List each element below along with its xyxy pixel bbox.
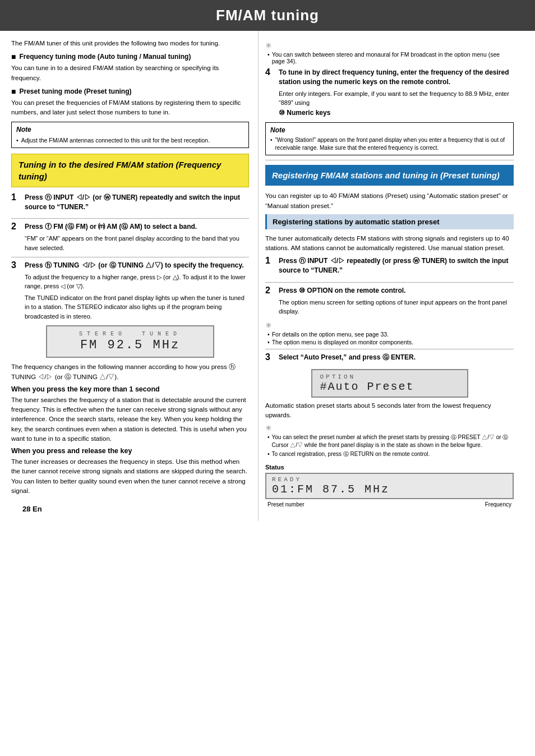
tip-bullets-3: You can select the preset number at whic… — [268, 434, 514, 458]
when-release-title: When you press and release the key — [11, 447, 249, 455]
divider-2 — [11, 257, 249, 257]
step3-sub1-text: To adjust the frequency to a higher rang… — [25, 273, 249, 291]
when-hold-title: When you press the key more than 1 secon… — [11, 385, 249, 393]
bullet1: ■ — [11, 52, 16, 61]
r-tip2-text: The option menu is displayed on monitor … — [268, 339, 514, 345]
option-line2-text: #Auto Preset — [320, 380, 459, 393]
bullet2: ■ — [11, 87, 16, 96]
when-hold-text: The tuner searches the frequency of a st… — [11, 395, 249, 444]
step2-sub-text: “FM” or “AM” appears on the front panel … — [25, 234, 249, 252]
step-4: 4 To tune in by direct frequency tuning,… — [265, 68, 514, 118]
step2-content: Press ⓕ FM (Ⓖ FM) or ⒨ AM (Ⓖ AM) to sele… — [25, 222, 249, 252]
r-tip1-text: For details on the option menu, see page… — [268, 331, 514, 338]
preset-number-label: Preset number — [268, 501, 305, 508]
section2-title-text: Preset tuning mode (Preset tuning) — [19, 87, 131, 95]
page: FM/AM tuning The FM/AM tuner of this uni… — [0, 0, 535, 756]
register-intro: You can register up to 40 FM/AM stations… — [265, 191, 514, 211]
r-step3-content: Select “Auto Preset,” and press Ⓖ ENTER. — [279, 353, 514, 365]
register-subheading: Registering stations by automatic statio… — [265, 214, 514, 229]
r-step2-number: 2 — [265, 285, 274, 296]
divider-right — [265, 160, 514, 160]
step1-number: 1 — [11, 192, 20, 202]
status-bottom-labels: Preset number Frequency — [265, 501, 514, 508]
r-tip4-text: To cancel registration, press Ⓖ RETURN o… — [268, 450, 514, 458]
section1-text: You can tune in to a desired FM/AM stati… — [11, 63, 249, 83]
tip-icon-1: ✳ — [265, 41, 514, 50]
section1-heading: ■ Frequency tuning mode (Auto tuning / M… — [11, 53, 249, 61]
divider-1 — [11, 218, 249, 219]
step3-content: Press ⓗ TUNING ◁/▷ (or Ⓖ TUNING △/▽) to … — [25, 261, 249, 321]
note1-title: Note — [16, 125, 244, 135]
step2-main-text: Press ⓕ FM (Ⓖ FM) or ⒨ AM (Ⓖ AM) to sele… — [25, 222, 249, 232]
step1-content: Press ⓝ INPUT ◁/▷ (or ⓦ TUNER) repeatedl… — [25, 193, 249, 214]
when-release-text: The tuner increases or decreases the fre… — [11, 457, 249, 496]
r-step2-content: Press ⑩ OPTION on the remote control. Th… — [279, 286, 514, 316]
intro-text: The FM/AM tuner of this unit provides th… — [11, 39, 249, 48]
r-step3-main-text: Select “Auto Preset,” and press Ⓖ ENTER. — [279, 353, 514, 362]
step2-number: 2 — [11, 222, 20, 232]
section1-title-text: Frequency tuning mode (Auto tuning / Man… — [19, 53, 191, 61]
step4-numeric-keys: ⑩ Numeric keys — [279, 108, 514, 118]
r-step1-content: Press ⓝ INPUT ◁/▷ repeatedly (or press ⓦ… — [279, 256, 514, 278]
step4-sub1-text: Enter only integers. For example, if you… — [279, 89, 514, 108]
page-number: 28 En — [11, 499, 249, 513]
step3-main-text: Press ⓗ TUNING ◁/▷ (or Ⓖ TUNING △/▽) to … — [25, 261, 249, 270]
register-sub-text: The tuner automatically detects FM stati… — [265, 234, 514, 253]
tip-icon-3: ✳ — [265, 423, 514, 432]
status-label-text: Status — [265, 464, 514, 471]
r-step2-sub-text: The option menu screen for setting optio… — [279, 298, 514, 316]
r-step1-main-text: Press ⓝ INPUT ◁/▷ repeatedly (or press ⓦ… — [279, 256, 514, 275]
r-step2-main-text: Press ⑩ OPTION on the remote control. — [279, 286, 514, 296]
status-row2-text: 01:FM 87.5 MHz — [272, 483, 507, 496]
status-row1-text: READY — [272, 476, 507, 483]
note2-text: “Wrong Station!” appears on the front pa… — [270, 136, 509, 152]
freq-change-text: The frequency changes in the following m… — [11, 362, 249, 382]
step-2: 2 Press ⓕ FM (Ⓖ FM) or ⒨ AM (Ⓖ AM) to se… — [11, 222, 249, 252]
step3-sub2-text: The TUNED indicator on the front panel d… — [25, 293, 249, 321]
step3-number: 3 — [11, 260, 20, 270]
right-column: ✳ You can switch between stereo and mona… — [258, 31, 524, 521]
step-1: 1 Press ⓝ INPUT ◁/▷ (or ⓦ TUNER) repeate… — [11, 193, 249, 214]
r-tip3-text: You can select the preset number at whic… — [268, 434, 514, 449]
r-divider-2 — [265, 349, 514, 349]
content-area: The FM/AM tuner of this unit provides th… — [0, 31, 535, 521]
status-section: Status READY 01:FM 87.5 MHz Preset numbe… — [265, 464, 514, 508]
fm-display: STEREO TUNED FM 92.5 MHz — [46, 325, 214, 358]
note-box-2: Note “Wrong Station!” appears on the fro… — [265, 122, 514, 156]
r-step3-number: 3 — [265, 352, 274, 362]
section2-text: You can preset the frequencies of FM/AM … — [11, 98, 249, 118]
note2-title: Note — [270, 126, 509, 135]
frequency-label: Frequency — [485, 501, 511, 508]
tip1-text: You can switch between stereo and monaur… — [268, 51, 514, 64]
step4-main-text: To tune in by direct frequency tuning, e… — [279, 68, 514, 87]
option-line1-text: OPTION — [320, 374, 459, 380]
tip-bullets-2: For details on the option menu, see page… — [268, 331, 514, 345]
section2-heading: ■ Preset tuning mode (Preset tuning) — [11, 87, 249, 96]
tip-icon-2: ✳ — [265, 321, 514, 330]
r-divider-1 — [265, 282, 514, 283]
status-display: READY 01:FM 87.5 MHz — [265, 473, 514, 499]
right-heading-box: Registering FM/AM stations and tuning in… — [265, 165, 514, 186]
step4-content: To tune in by direct frequency tuning, e… — [279, 68, 514, 118]
auto-preset-text: Automatic station preset starts about 5 … — [265, 401, 514, 421]
r-step1-number: 1 — [265, 256, 274, 266]
display-frequency: FM 92.5 MHz — [54, 338, 206, 352]
page-title: FM/AM tuning — [0, 0, 535, 31]
yellow-heading-box: Tuning in to the desired FM/AM station (… — [11, 154, 249, 187]
step1-main-text: Press ⓝ INPUT ◁/▷ (or ⓦ TUNER) repeatedl… — [25, 193, 249, 212]
display-indicators: STEREO TUNED — [54, 331, 206, 337]
r-step-3: 3 Select “Auto Preset,” and press Ⓖ ENTE… — [265, 353, 514, 365]
note-box-1: Note Adjust the FM/AM antennas connected… — [11, 122, 249, 147]
tip-bullets-1: You can switch between stereo and monaur… — [268, 51, 514, 64]
option-display: OPTION #Auto Preset — [311, 369, 468, 398]
note1-text: Adjust the FM/AM antennas connected to t… — [16, 136, 244, 145]
step-3: 3 Press ⓗ TUNING ◁/▷ (or Ⓖ TUNING △/▽) t… — [11, 261, 249, 321]
r-step-1: 1 Press ⓝ INPUT ◁/▷ repeatedly (or press… — [265, 256, 514, 278]
r-step-2: 2 Press ⑩ OPTION on the remote control. … — [265, 286, 514, 316]
left-column: The FM/AM tuner of this unit provides th… — [0, 31, 258, 521]
step4-number: 4 — [265, 67, 274, 77]
